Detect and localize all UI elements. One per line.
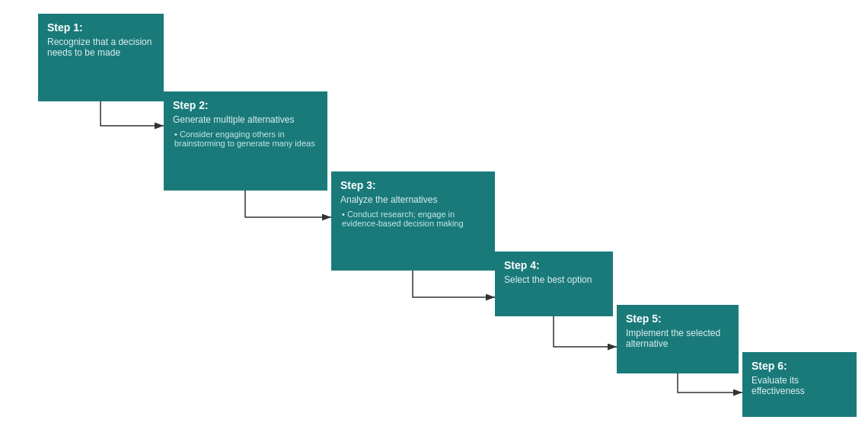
- step-1-body: Recognize that a decision needs to be ma…: [47, 37, 155, 58]
- step-3-box: Step 3: Analyze the alternatives Conduct…: [331, 171, 495, 271]
- arrow-3to4: [413, 271, 495, 297]
- step-1-box: Step 1: Recognize that a decision needs …: [38, 14, 164, 101]
- diagram-container: Step 1: Recognize that a decision needs …: [0, 0, 868, 439]
- step-4-title: Step 4:: [504, 259, 604, 271]
- step-5-box: Step 5: Implement the selected alternati…: [617, 305, 739, 373]
- step-2-title: Step 2:: [173, 99, 318, 111]
- step-2-bullet: Consider engaging others in brainstormin…: [173, 130, 318, 148]
- step-4-box: Step 4: Select the best option: [495, 252, 613, 316]
- step-3-title: Step 3:: [340, 179, 486, 191]
- step-3-body: Analyze the alternatives: [340, 194, 486, 205]
- step-4-body: Select the best option: [504, 274, 604, 285]
- arrow-5to6: [678, 373, 742, 393]
- step-2-body: Generate multiple alternatives: [173, 114, 318, 125]
- step-2-box: Step 2: Generate multiple alternatives C…: [164, 91, 327, 191]
- step-6-box: Step 6: Evaluate its effectiveness: [742, 352, 857, 417]
- arrow-1to2: [101, 101, 164, 126]
- step-5-title: Step 5:: [626, 312, 729, 325]
- step-3-bullet: Conduct research; engage in evidence-bas…: [340, 210, 486, 228]
- step-6-title: Step 6:: [752, 360, 847, 372]
- step-5-body: Implement the selected alternative: [626, 328, 729, 349]
- step-6-body: Evaluate its effectiveness: [752, 375, 847, 396]
- step-1-title: Step 1:: [47, 21, 155, 34]
- arrow-2to3: [245, 191, 331, 217]
- arrow-4to5: [554, 316, 617, 347]
